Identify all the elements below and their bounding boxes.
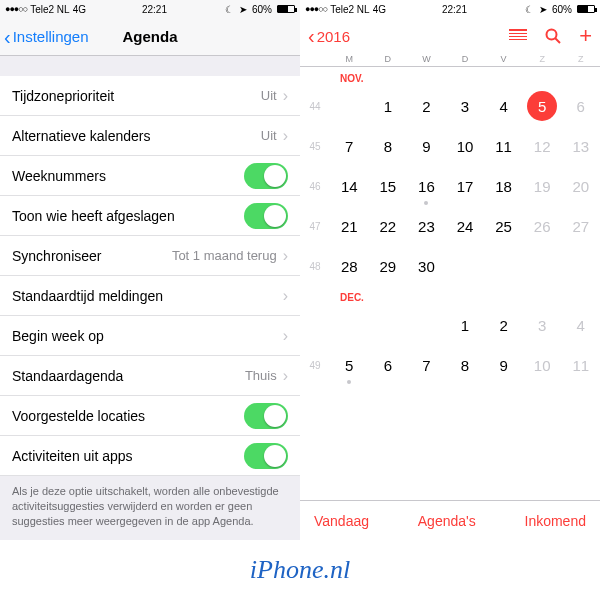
day-cell[interactable]: 2 xyxy=(407,91,446,121)
row-label: Tijdzoneprioriteit xyxy=(12,88,114,104)
day-cell[interactable]: 30 xyxy=(407,251,446,281)
settings-row[interactable]: StandaardagendaThuis› xyxy=(0,356,300,396)
settings-row[interactable]: TijdzoneprioriteitUit› xyxy=(0,76,300,116)
back-button[interactable]: ‹ Instellingen xyxy=(0,27,89,47)
day-cell[interactable]: 11 xyxy=(561,350,600,380)
day-cell[interactable]: 8 xyxy=(369,131,408,161)
day-cell[interactable]: 11 xyxy=(484,131,523,161)
calendars-button[interactable]: Agenda's xyxy=(418,513,476,529)
day-cell[interactable]: 4 xyxy=(484,91,523,121)
day-cell[interactable]: 13 xyxy=(561,131,600,161)
weekday-label: D xyxy=(369,54,408,64)
day-cell[interactable]: 24 xyxy=(446,211,485,241)
chevron-left-icon: ‹ xyxy=(308,26,315,46)
toggle-switch[interactable] xyxy=(244,163,288,189)
day-cell[interactable]: 28 xyxy=(330,251,369,281)
week-number: 44 xyxy=(300,101,330,112)
carrier-label: Tele2 NL xyxy=(30,4,69,15)
week-row: 49567891011 xyxy=(300,345,600,385)
day-cell[interactable]: 1 xyxy=(369,91,408,121)
day-cell[interactable]: 25 xyxy=(484,211,523,241)
settings-row[interactable]: Toon wie heeft afgeslagen xyxy=(0,196,300,236)
settings-row[interactable]: Activiteiten uit apps xyxy=(0,436,300,476)
calendar-grid[interactable]: NOV.441234564578910111213461415161718192… xyxy=(300,67,600,500)
settings-row[interactable]: SynchroniseerTot 1 maand terug› xyxy=(0,236,300,276)
inbox-button[interactable]: Inkomend xyxy=(525,513,586,529)
day-cell[interactable]: 10 xyxy=(523,350,562,380)
day-cell[interactable]: 6 xyxy=(561,91,600,121)
row-label: Activiteiten uit apps xyxy=(12,448,133,464)
calendar-toolbar: Vandaag Agenda's Inkomend xyxy=(300,500,600,540)
week-number: 49 xyxy=(300,360,330,371)
chevron-right-icon: › xyxy=(283,327,288,345)
svg-line-5 xyxy=(555,38,560,43)
toggle-switch[interactable] xyxy=(244,443,288,469)
day-cell[interactable]: 27 xyxy=(561,211,600,241)
settings-row[interactable]: Begin week op› xyxy=(0,316,300,356)
year-back-button[interactable]: ‹ 2016 xyxy=(308,26,350,46)
clock: 22:21 xyxy=(442,4,467,15)
row-label: Voorgestelde locaties xyxy=(12,408,145,424)
toggle-switch[interactable] xyxy=(244,403,288,429)
day-cell[interactable]: 9 xyxy=(484,350,523,380)
row-value: Thuis› xyxy=(245,367,288,385)
row-label: Synchroniseer xyxy=(12,248,102,264)
day-cell[interactable]: 4 xyxy=(561,310,600,340)
row-label: Standaardagenda xyxy=(12,368,123,384)
week-number: 45 xyxy=(300,141,330,152)
chevron-right-icon: › xyxy=(283,127,288,145)
day-cell[interactable]: 21 xyxy=(330,211,369,241)
day-cell[interactable]: 3 xyxy=(523,310,562,340)
week-row: 1234 xyxy=(300,305,600,345)
day-cell[interactable]: 29 xyxy=(369,251,408,281)
day-cell[interactable]: 22 xyxy=(369,211,408,241)
day-cell[interactable]: 5 xyxy=(523,91,562,121)
day-cell[interactable]: 12 xyxy=(523,131,562,161)
settings-row[interactable]: Weeknummers xyxy=(0,156,300,196)
month-label: DEC. xyxy=(300,286,600,305)
weekday-label: Z xyxy=(523,54,562,64)
day-cell[interactable]: 7 xyxy=(330,131,369,161)
search-icon[interactable] xyxy=(545,28,561,44)
row-value: Uit› xyxy=(261,127,288,145)
week-row: 44123456 xyxy=(300,86,600,126)
settings-row[interactable]: Standaardtijd meldingen› xyxy=(0,276,300,316)
row-value: › xyxy=(277,287,288,305)
watermark: iPhone.nl xyxy=(0,540,600,600)
day-cell[interactable]: 18 xyxy=(484,171,523,201)
settings-row[interactable]: Alternatieve kalendersUit› xyxy=(0,116,300,156)
list-view-icon[interactable] xyxy=(509,29,527,43)
day-cell[interactable]: 10 xyxy=(446,131,485,161)
day-cell[interactable]: 7 xyxy=(407,350,446,380)
week-row: 4578910111213 xyxy=(300,126,600,166)
week-number: 48 xyxy=(300,261,330,272)
day-cell[interactable]: 9 xyxy=(407,131,446,161)
day-cell[interactable]: 14 xyxy=(330,171,369,201)
settings-row[interactable]: Voorgestelde locaties xyxy=(0,396,300,436)
day-cell[interactable]: 6 xyxy=(369,350,408,380)
day-cell[interactable]: 23 xyxy=(407,211,446,241)
day-cell[interactable]: 16 xyxy=(407,171,446,201)
day-cell[interactable]: 17 xyxy=(446,171,485,201)
add-icon[interactable]: + xyxy=(579,23,592,49)
chevron-right-icon: › xyxy=(283,367,288,385)
year-label: 2016 xyxy=(317,28,350,45)
event-dot-icon xyxy=(424,201,428,205)
day-cell[interactable]: 8 xyxy=(446,350,485,380)
day-cell[interactable]: 19 xyxy=(523,171,562,201)
footer-note: Als je deze optie uitschakelt, worden al… xyxy=(0,476,300,529)
toggle-switch[interactable] xyxy=(244,203,288,229)
day-cell[interactable]: 15 xyxy=(369,171,408,201)
day-cell[interactable]: 2 xyxy=(484,310,523,340)
day-cell[interactable]: 26 xyxy=(523,211,562,241)
back-label: Instellingen xyxy=(13,28,89,45)
dnd-icon: ☾ xyxy=(225,4,234,15)
day-cell[interactable]: 20 xyxy=(561,171,600,201)
battery-icon xyxy=(277,5,295,13)
nav-bar: ‹ Instellingen Agenda xyxy=(0,18,300,56)
today-button[interactable]: Vandaag xyxy=(314,513,369,529)
day-cell[interactable]: 3 xyxy=(446,91,485,121)
day-cell[interactable]: 5 xyxy=(330,350,369,380)
day-cell[interactable]: 1 xyxy=(446,310,485,340)
weekday-label: M xyxy=(330,54,369,64)
